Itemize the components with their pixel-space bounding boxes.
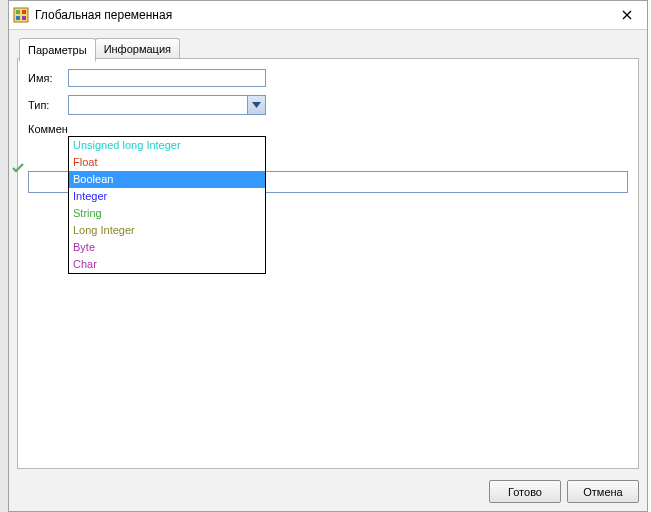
label-comment: Коммен — [28, 123, 76, 135]
type-option[interactable]: Unsigned long Integer — [69, 137, 265, 154]
type-combobox-text — [69, 96, 247, 114]
tabstrip: Параметры Информация — [17, 38, 639, 59]
row-comment-label: Коммен — [28, 123, 628, 135]
type-option[interactable]: Char — [69, 256, 265, 273]
type-option[interactable]: String — [69, 205, 265, 222]
tab-parameters[interactable]: Параметры — [19, 38, 96, 62]
svg-rect-3 — [16, 16, 20, 20]
close-button[interactable] — [607, 1, 647, 29]
form-area: Имя: Тип: — [28, 69, 628, 143]
name-input[interactable] — [68, 69, 266, 87]
type-option[interactable]: Integer — [69, 188, 265, 205]
tab-container: Параметры Информация Имя: Тип: — [17, 38, 639, 469]
type-dropdown-list[interactable]: Unsigned long IntegerFloatBooleanInteger… — [68, 136, 266, 274]
label-name: Имя: — [28, 72, 68, 84]
row-name: Имя: — [28, 69, 628, 87]
client-area: Параметры Информация Имя: Тип: — [9, 30, 647, 511]
dialog-window: Глобальная переменная Параметры Информац… — [8, 0, 648, 512]
titlebar: Глобальная переменная — [9, 1, 647, 30]
cancel-button-label: Отмена — [583, 486, 622, 498]
svg-rect-1 — [16, 10, 20, 14]
tab-information-label: Информация — [104, 43, 171, 55]
tab-panel: Имя: Тип: — [17, 58, 639, 469]
row-type: Тип: — [28, 95, 628, 115]
window-title: Глобальная переменная — [35, 8, 607, 22]
tab-information[interactable]: Информация — [95, 38, 180, 59]
tab-parameters-label: Параметры — [28, 44, 87, 56]
app-icon — [13, 7, 29, 23]
type-combobox[interactable] — [68, 95, 266, 115]
type-option[interactable]: Long Integer — [69, 222, 265, 239]
label-type: Тип: — [28, 99, 68, 111]
check-icon — [12, 157, 24, 179]
type-option[interactable]: Byte — [69, 239, 265, 256]
type-option[interactable]: Boolean — [69, 171, 265, 188]
cancel-button[interactable]: Отмена — [567, 480, 639, 503]
svg-rect-4 — [22, 16, 26, 20]
chevron-down-icon — [252, 102, 261, 108]
ok-button-label: Готово — [508, 486, 542, 498]
type-option[interactable]: Float — [69, 154, 265, 171]
ok-button[interactable]: Готово — [489, 480, 561, 503]
type-combobox-button[interactable] — [247, 96, 265, 114]
svg-rect-2 — [22, 10, 26, 14]
footer-buttons: Готово Отмена — [489, 480, 639, 503]
